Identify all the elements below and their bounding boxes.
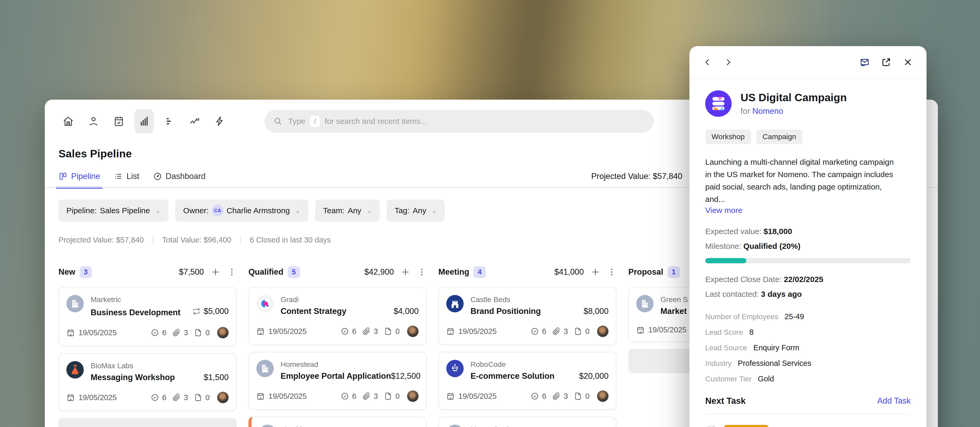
deal-card[interactable]: Aspirion bbox=[248, 417, 426, 427]
filter-pipeline[interactable]: Pipeline: Sales Pipeline ⌄ bbox=[59, 199, 168, 221]
pipelines-icon[interactable] bbox=[134, 109, 154, 133]
add-task-link[interactable]: Add Task bbox=[877, 396, 911, 406]
deal-card[interactable]: Castle Beds Brand Positioning $8,000 19/… bbox=[438, 287, 616, 345]
add-deal-icon[interactable] bbox=[211, 267, 220, 277]
tab-list[interactable]: List bbox=[114, 172, 139, 188]
deal-card[interactable]: Gradi Content Strategy $4,000 19/05/2025… bbox=[248, 287, 426, 345]
assignee-avatar bbox=[217, 392, 229, 403]
deal-card[interactable]: BioMax Labs Messaging Workshop $1,500 19… bbox=[59, 353, 237, 411]
filter-owner[interactable]: Owner: CA Charlie Armstrong ⌄ bbox=[175, 199, 308, 221]
attribute-label: Lead Source bbox=[705, 344, 747, 352]
close-icon[interactable] bbox=[903, 57, 913, 67]
notes-count: 0 bbox=[585, 327, 590, 336]
attribute-row: Number of Employees 25-49 bbox=[705, 312, 911, 321]
back-icon[interactable] bbox=[703, 58, 712, 67]
deal-card[interactable]: RoboCode E-commerce Solution $20,000 19/… bbox=[438, 352, 616, 410]
email-icon[interactable] bbox=[860, 57, 870, 67]
attachments-count: 3 bbox=[564, 327, 568, 336]
activity-icon[interactable] bbox=[185, 109, 204, 133]
filter-tag[interactable]: Tag: Any ⌄ bbox=[387, 199, 445, 221]
check-circle-icon bbox=[340, 327, 349, 336]
card-footer: 19/05/2025 6 3 0 bbox=[67, 327, 229, 338]
column-name: Meeting bbox=[438, 267, 469, 277]
file-icon bbox=[194, 328, 202, 337]
deal-value: $5,000 bbox=[192, 306, 229, 316]
deal-card[interactable]: Magnetized bbox=[438, 417, 616, 427]
check-circle-icon bbox=[340, 392, 349, 400]
attachments-count: 3 bbox=[564, 392, 568, 401]
chevron-down-icon: ⌄ bbox=[431, 207, 437, 214]
calendar-icon bbox=[67, 393, 75, 402]
company-name: Magnetized bbox=[471, 425, 609, 427]
file-icon bbox=[574, 327, 582, 336]
notes-count: 0 bbox=[585, 392, 590, 401]
automations-icon[interactable] bbox=[210, 109, 230, 133]
deal-card[interactable]: Homestead Employee Portal Application $1… bbox=[248, 352, 426, 410]
attribute-label: Customer Tier bbox=[705, 375, 752, 383]
column-value: $7,500 bbox=[179, 267, 204, 277]
tab-dashboard[interactable]: Dashboard bbox=[153, 172, 206, 188]
filter-team[interactable]: Team: Any ⌄ bbox=[315, 199, 380, 221]
due-date: 19/05/2025 bbox=[67, 328, 117, 337]
tasks-count: 6 bbox=[162, 328, 167, 337]
attachments-count: 3 bbox=[374, 327, 378, 336]
deal-card[interactable]: Marketric Business Development $5,000 19… bbox=[59, 287, 237, 346]
column-menu-icon[interactable] bbox=[227, 267, 237, 277]
account-link[interactable]: Nomeno bbox=[752, 107, 783, 116]
column-value: $41,000 bbox=[554, 267, 584, 277]
deal-value: $8,000 bbox=[584, 306, 609, 316]
attribute-label: Industry bbox=[705, 359, 732, 368]
due-date: 19/05/2025 bbox=[256, 327, 307, 336]
recurring-icon bbox=[192, 308, 200, 315]
tab-pipeline[interactable]: Pipeline bbox=[59, 172, 100, 188]
close-date-label: Expected Close Date: bbox=[705, 275, 782, 284]
attribute-value: 25-49 bbox=[784, 312, 804, 321]
card-footer: 19/05/2025 6 3 0 bbox=[446, 325, 609, 337]
projected-value-summary: Projected Value: $57,840 bbox=[591, 172, 682, 188]
add-deal-icon[interactable] bbox=[591, 267, 600, 277]
company-name: BioMax Labs bbox=[91, 362, 229, 370]
deal-description: Launching a multi-channel digital market… bbox=[705, 156, 895, 206]
contacts-icon[interactable] bbox=[84, 109, 103, 133]
attachments-count: 3 bbox=[374, 392, 378, 401]
panel-header bbox=[689, 46, 926, 79]
paperclip-icon bbox=[172, 393, 181, 402]
column-count-badge: 1 bbox=[668, 266, 680, 278]
column-menu-icon[interactable] bbox=[607, 267, 616, 277]
add-deal-icon[interactable] bbox=[401, 267, 410, 277]
calendar-icon bbox=[67, 328, 75, 337]
deal-title: Content Strategy bbox=[280, 306, 347, 316]
view-tabs: Pipeline List Dashboard Projected Value:… bbox=[59, 172, 682, 188]
calendar-icon bbox=[636, 326, 644, 334]
close-date: 22/02/2025 bbox=[784, 275, 823, 284]
open-external-icon[interactable] bbox=[881, 57, 891, 67]
task-checkbox[interactable] bbox=[705, 425, 718, 427]
column-menu-icon[interactable] bbox=[417, 267, 426, 277]
column-header: Meeting 4 $41,000 bbox=[438, 264, 616, 280]
home-icon[interactable] bbox=[59, 109, 78, 133]
column-value: $42,900 bbox=[364, 267, 394, 277]
forward-icon[interactable] bbox=[724, 58, 733, 67]
stat-closed: 6 Closed in last 30 days bbox=[250, 236, 331, 244]
search-placeholder-prefix: Type bbox=[288, 117, 305, 126]
chevron-down-icon: ⌄ bbox=[155, 207, 161, 214]
expected-value-label: Expected value: bbox=[705, 227, 761, 236]
paperclip-icon bbox=[552, 327, 561, 336]
card-footer: 19/05/2025 6 3 0 bbox=[67, 392, 229, 403]
owner-avatar: CA bbox=[212, 205, 223, 217]
file-icon bbox=[384, 327, 392, 336]
add-card-button[interactable]: + bbox=[59, 418, 237, 427]
deal-title: E-commerce Solution bbox=[471, 371, 555, 381]
search-input[interactable]: Type / for search and recent items... bbox=[264, 110, 654, 132]
view-more-link[interactable]: View more bbox=[705, 206, 742, 215]
column-count-badge: 5 bbox=[288, 266, 300, 278]
tasks-icon[interactable] bbox=[109, 109, 129, 133]
stat-projected-value: Projected Value: $57,840 bbox=[59, 236, 144, 244]
notes-count: 0 bbox=[395, 327, 399, 336]
notes-icon[interactable] bbox=[160, 109, 179, 133]
check-circle-icon bbox=[151, 393, 159, 402]
tag-campaign: Campaign bbox=[756, 129, 803, 144]
check-circle-icon bbox=[151, 328, 159, 337]
chevron-down-icon: ⌄ bbox=[295, 207, 300, 214]
calendar-icon bbox=[446, 327, 455, 336]
